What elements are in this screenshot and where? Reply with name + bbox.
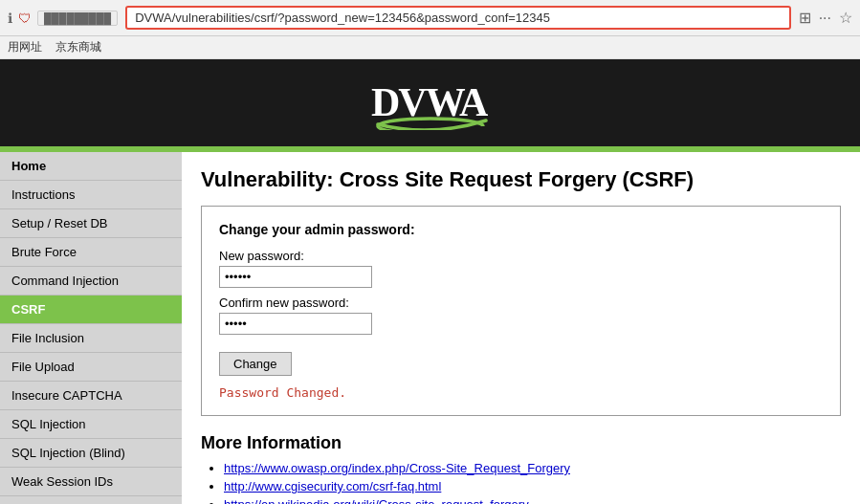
cgisecurity-link[interactable]: http://www.cgisecurity.com/csrf-faq.html: [224, 479, 441, 493]
browser-chrome: ℹ 🛡 █████████ DVWA/vulnerabilities/csrf/…: [0, 0, 860, 36]
qr-icon[interactable]: ⊞: [799, 9, 811, 27]
content-area: Vulnerability: Cross Site Request Forger…: [182, 152, 860, 504]
sidebar-item-weak-session-ids[interactable]: Weak Session IDs: [0, 468, 182, 496]
shield-icon[interactable]: 🛡: [18, 11, 32, 26]
info-icon[interactable]: ℹ: [8, 11, 12, 26]
vuln-box: Change your admin password: New password…: [201, 206, 841, 416]
site-badge: █████████: [37, 11, 118, 26]
list-item: http://www.cgisecurity.com/csrf-faq.html: [224, 479, 841, 493]
sidebar: Home Instructions Setup / Reset DB Brute…: [0, 152, 182, 504]
page-title: Vulnerability: Cross Site Request Forger…: [201, 167, 841, 192]
wikipedia-link[interactable]: https://en.wikipedia.org/wiki/Cross-site…: [224, 497, 529, 504]
sidebar-item-brute-force[interactable]: Brute Force: [0, 238, 182, 267]
list-item: https://en.wikipedia.org/wiki/Cross-site…: [224, 497, 841, 504]
confirm-password-input[interactable]: [219, 313, 372, 335]
confirm-password-group: Confirm new password:: [219, 296, 823, 335]
dvwa-header: DVWA: [0, 59, 860, 146]
confirm-password-label: Confirm new password:: [219, 296, 823, 310]
more-info-heading: More Information: [201, 433, 841, 453]
browser-icons-left: ℹ 🛡 █████████: [8, 11, 118, 26]
bookmark-site[interactable]: 用网址: [8, 39, 42, 55]
new-password-label: New password:: [219, 249, 823, 263]
sidebar-item-file-upload[interactable]: File Upload: [0, 353, 182, 382]
change-button[interactable]: Change: [219, 352, 292, 376]
browser-icons-right: ⊞ ··· ☆: [799, 9, 852, 27]
sidebar-item-csrf[interactable]: CSRF: [0, 296, 182, 324]
sidebar-item-sql-injection-blind[interactable]: SQL Injection (Blind): [0, 439, 182, 468]
main-layout: Home Instructions Setup / Reset DB Brute…: [0, 152, 860, 504]
dvwa-logo-svg: DVWA: [354, 73, 507, 130]
vuln-box-heading: Change your admin password:: [219, 222, 823, 237]
sidebar-item-file-inclusion[interactable]: File Inclusion: [0, 324, 182, 353]
new-password-group: New password:: [219, 249, 823, 288]
sidebar-item-command-injection[interactable]: Command Injection: [0, 267, 182, 296]
more-info-links: https://www.owasp.org/index.php/Cross-Si…: [201, 461, 841, 504]
address-bar[interactable]: DVWA/vulnerabilities/csrf/?password_new=…: [125, 6, 791, 30]
sidebar-item-instructions[interactable]: Instructions: [0, 181, 182, 209]
sidebar-item-insecure-captcha[interactable]: Insecure CAPTCHA: [0, 382, 182, 410]
sidebar-item-xss-dom[interactable]: XSS (DOM): [0, 496, 182, 504]
list-item: https://www.owasp.org/index.php/Cross-Si…: [224, 461, 841, 475]
bookmark-jd[interactable]: 京东商城: [55, 39, 101, 55]
dvwa-logo: DVWA: [354, 73, 507, 130]
bookmarks-bar: 用网址 京东商城: [0, 36, 860, 59]
bookmark-icon[interactable]: ☆: [839, 9, 852, 27]
sidebar-item-home[interactable]: Home: [0, 152, 182, 181]
success-message: Password Changed.: [219, 385, 823, 400]
sidebar-item-sql-injection[interactable]: SQL Injection: [0, 410, 182, 439]
owasp-link[interactable]: https://www.owasp.org/index.php/Cross-Si…: [224, 461, 570, 475]
more-info: More Information https://www.owasp.org/i…: [201, 433, 841, 504]
new-password-input[interactable]: [219, 266, 372, 288]
more-icon[interactable]: ···: [819, 10, 831, 27]
sidebar-item-setup-reset[interactable]: Setup / Reset DB: [0, 209, 182, 238]
